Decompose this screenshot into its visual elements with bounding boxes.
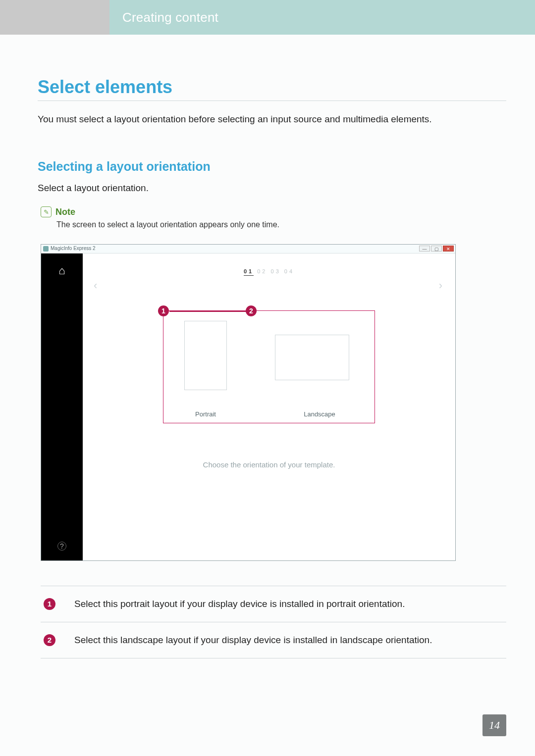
page-number: 14: [482, 714, 506, 736]
step-04[interactable]: 04: [284, 268, 294, 274]
next-step-icon[interactable]: ›: [439, 279, 444, 292]
callout-1: 1: [158, 305, 169, 316]
legend-text-1: Select this portrait layout if your disp…: [74, 599, 405, 609]
header-banner: Creating content: [109, 0, 535, 35]
step-02[interactable]: 02: [257, 268, 267, 274]
maximize-button[interactable]: ▢: [431, 246, 442, 252]
window-controls: — ▢ ✕: [419, 246, 454, 252]
section-heading: Selecting a layout orientation: [38, 159, 506, 174]
step-03[interactable]: 03: [271, 268, 281, 274]
page-title: Select elements: [38, 77, 506, 101]
sidebar: ⌂ ?: [41, 253, 83, 560]
close-button[interactable]: ✕: [443, 246, 454, 252]
landscape-label: Landscape: [277, 410, 362, 418]
portrait-label: Portrait: [173, 410, 238, 418]
minimize-button[interactable]: —: [419, 246, 430, 252]
prev-step-icon[interactable]: ‹: [94, 279, 99, 292]
orientation-hint: Choose the orientation of your template.: [83, 460, 455, 469]
note-header: ✎ Note: [41, 206, 506, 217]
app-body: ⌂ ? ‹ 01 02 03 04 › 1 2: [41, 253, 455, 560]
step-nav: ‹ 01 02 03 04 ›: [83, 268, 455, 274]
landscape-option[interactable]: [275, 335, 349, 380]
callout-2: 2: [246, 305, 257, 316]
callout-legend: 1 Select this portrait layout if your di…: [41, 586, 506, 658]
legend-row-2: 2 Select this landscape layout if your d…: [41, 622, 506, 658]
main-canvas: ‹ 01 02 03 04 › 1 2 Portrait L: [83, 253, 455, 560]
help-icon[interactable]: ?: [57, 542, 66, 551]
portrait-option[interactable]: [184, 321, 227, 390]
legend-badge-2: 2: [44, 634, 55, 646]
titlebar: MagicInfo Express 2 — ▢ ✕: [41, 245, 455, 253]
callout-connector: [169, 311, 246, 312]
step-01[interactable]: 01: [244, 268, 254, 276]
app-icon: [43, 246, 49, 252]
legend-text-2: Select this landscape layout if your dis…: [74, 635, 432, 646]
app-screenshot: MagicInfo Express 2 — ▢ ✕ ⌂ ? ‹ 01 02: [41, 244, 456, 561]
header-grey-block: [0, 0, 109, 35]
breadcrumb: Creating content: [122, 10, 218, 25]
orientation-selection-area: 1 2 Portrait Landscape: [163, 310, 375, 423]
window-title: MagicInfo Express 2: [51, 246, 96, 251]
section-instruction: Select a layout orientation.: [38, 183, 506, 194]
note-label: Note: [55, 207, 75, 217]
page: Creating content Select elements You mus…: [0, 0, 535, 756]
intro-paragraph: You must select a layout orientation bef…: [38, 114, 506, 125]
note-text: The screen to select a layout orientatio…: [56, 220, 506, 229]
content-area: Select elements You must select a layout…: [38, 77, 506, 658]
home-icon[interactable]: ⌂: [41, 264, 83, 277]
legend-row-1: 1 Select this portrait layout if your di…: [41, 586, 506, 622]
legend-divider: [41, 658, 506, 658]
note-icon: ✎: [41, 206, 52, 217]
legend-badge-1: 1: [44, 598, 55, 610]
